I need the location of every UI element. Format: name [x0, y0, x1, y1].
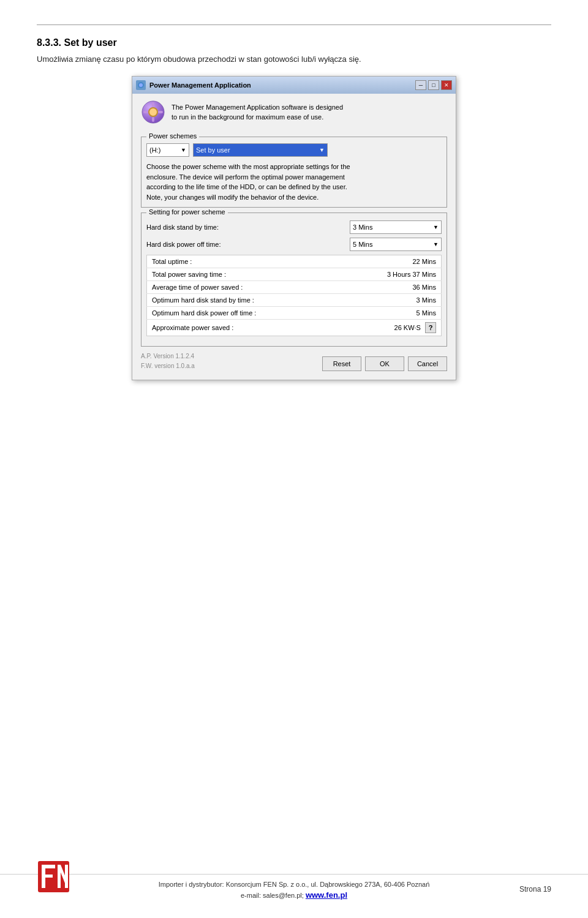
user-scheme-value: Set by user [196, 146, 230, 154]
hdd-poweroff-arrow: ▼ [433, 241, 439, 247]
hdd-standby-arrow: ▼ [433, 224, 439, 230]
hdd-standby-row: Hard disk stand by time: 3 Mins ▼ [146, 220, 442, 234]
svg-rect-11 [42, 875, 53, 878]
hdd-poweroff-row: Hard disk power off time: 5 Mins ▼ [146, 238, 442, 251]
hdd-standby-label: Hard disk stand by time: [146, 224, 219, 231]
drive-selector-value: (H:) [149, 146, 160, 154]
svg-rect-13 [65, 865, 68, 888]
dialog-window: Power Management Application ─ □ ✕ [132, 76, 456, 380]
minimize-button[interactable]: ─ [415, 80, 426, 90]
cancel-button[interactable]: Cancel [408, 356, 447, 371]
section-subtitle: Umożliwia zmianę czasu po którym obudowa… [37, 55, 551, 64]
stats-row: Optimum hard disk power off time :5 Mins [147, 307, 442, 320]
stats-label: Total power saving time : [147, 268, 341, 281]
hdd-standby-value: 3 Mins [353, 224, 372, 231]
setting-label: Setting for power scheme [146, 208, 228, 216]
stats-row: Average time of power saved :36 Mins [147, 281, 442, 294]
maximize-button[interactable]: □ [428, 80, 439, 90]
stats-value: 22 Mins [341, 255, 442, 268]
page-number: Strona 19 [519, 885, 551, 894]
hdd-poweroff-value: 5 Mins [353, 241, 372, 248]
version-info: A.P. Version 1.1.2.4 F.W. version 1.0.a.… [141, 352, 195, 371]
svg-rect-10 [42, 865, 55, 868]
stats-value: 3 Mins [341, 294, 442, 307]
svg-point-3 [149, 108, 157, 116]
stats-label: Optimum hard disk power off time : [147, 307, 341, 320]
power-scheme-settings: Setting for power scheme Hard disk stand… [141, 213, 447, 347]
drive-selector[interactable]: (H:) ▼ [146, 143, 189, 157]
stats-row: Approximate power saved :26 KW·S ? [147, 320, 442, 336]
dialog-titlebar: Power Management Application ─ □ ✕ [132, 77, 456, 94]
desc-line1: The Power Management Application softwar… [172, 102, 343, 113]
stats-value: 36 Mins [341, 281, 442, 294]
user-scheme-selector[interactable]: Set by user ▼ [193, 143, 328, 157]
power-schemes-groupbox: Power schemes (H:) ▼ Set by user ▼ Choos… [141, 137, 447, 208]
dialog-title-left: Power Management Application [136, 80, 251, 90]
dialog-buttons: Reset OK Cancel [322, 356, 447, 371]
footer-importer-text: Importer i dystrybutor: Konsorcjum FEN S… [159, 881, 430, 888]
hdd-standby-select[interactable]: 3 Mins ▼ [350, 220, 442, 234]
dialog-description: The Power Management Application softwar… [172, 102, 343, 122]
svg-rect-5 [152, 117, 154, 122]
power-schemes-row: (H:) ▼ Set by user ▼ [146, 143, 442, 157]
dialog-footer: A.P. Version 1.1.2.4 F.W. version 1.0.a.… [141, 352, 447, 371]
app-icon-small [136, 80, 146, 90]
stats-value: 5 Mins [341, 307, 442, 320]
stats-row: Total power saving time :3 Hours 37 Mins [147, 268, 442, 281]
fen-logo-svg [37, 860, 70, 894]
dialog-controls: ─ □ ✕ [415, 80, 452, 90]
footer-email-text: e-mail: sales@fen.pl; www.fen.pl [241, 890, 347, 900]
svg-point-1 [139, 83, 143, 87]
stats-row: Optimum hard disk stand by time :3 Mins [147, 294, 442, 307]
svg-rect-6 [143, 111, 148, 113]
section-heading: 8.3.3. Set by user [37, 37, 551, 48]
stats-value: 26 KW·S ? [341, 320, 442, 336]
stats-row: Total uptime :22 Mins [147, 255, 442, 268]
dialog-title-text: Power Management Application [149, 81, 251, 89]
stats-table: Total uptime :22 MinsTotal power saving … [146, 255, 442, 336]
close-button[interactable]: ✕ [441, 80, 452, 90]
power-schemes-label: Power schemes [146, 132, 199, 140]
stats-label: Optimum hard disk stand by time : [147, 294, 341, 307]
svg-rect-4 [152, 102, 154, 107]
ok-button[interactable]: OK [365, 356, 404, 371]
scheme-description: Choose the power scheme with the most ap… [146, 162, 442, 202]
hdd-poweroff-select[interactable]: 5 Mins ▼ [350, 238, 442, 251]
help-icon-button[interactable]: ? [425, 322, 436, 333]
stats-value: 3 Hours 37 Mins [341, 268, 442, 281]
top-divider [37, 24, 551, 25]
version-ap: A.P. Version 1.1.2.4 [141, 352, 195, 361]
dialog-body: The Power Management Application softwar… [132, 94, 456, 380]
stats-label: Average time of power saved : [147, 281, 341, 294]
version-fw: F.W. version 1.0.a.a [141, 361, 195, 371]
desc-line2: to run in the background for maximum eas… [172, 112, 343, 122]
dialog-wrapper: Power Management Application ─ □ ✕ [37, 76, 551, 380]
user-scheme-arrow: ▼ [319, 147, 325, 153]
reset-button[interactable]: Reset [322, 356, 361, 371]
footer-logo [37, 860, 70, 894]
hdd-poweroff-label: Hard disk power off time: [146, 241, 221, 248]
dialog-header: The Power Management Application softwar… [141, 100, 447, 129]
svg-rect-7 [158, 111, 163, 113]
page-container: 8.3.3. Set by user Umożliwia zmianę czas… [0, 0, 588, 448]
page-footer: Importer i dystrybutor: Konsorcjum FEN S… [0, 874, 588, 900]
drive-selector-arrow: ▼ [181, 147, 186, 153]
stats-label: Total uptime : [147, 255, 341, 268]
app-icon-large [141, 100, 165, 124]
stats-label: Approximate power saved : [147, 320, 341, 336]
footer-website-link[interactable]: www.fen.pl [306, 890, 347, 900]
